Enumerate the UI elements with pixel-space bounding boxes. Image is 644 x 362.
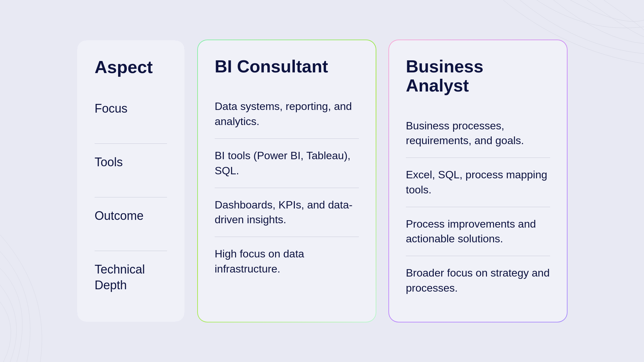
bi-row-technical-depth: High focus on data infrastructure. xyxy=(215,237,359,286)
ba-row-tools: Excel, SQL, process mapping tools. xyxy=(406,158,550,207)
bi-rows: Data systems, reporting, and analytics. … xyxy=(215,89,359,305)
bi-value-focus: Data systems, reporting, and analytics. xyxy=(215,100,352,127)
bi-value-outcome: Dashboards, KPIs, and data-driven insigh… xyxy=(215,199,353,226)
aspect-card: Aspect Focus Tools Outcome Technical Dep… xyxy=(77,40,184,322)
ba-value-technical-depth: Broader focus on strategy and processes. xyxy=(406,267,550,294)
bi-value-technical-depth: High focus on data infrastructure. xyxy=(215,248,304,275)
bi-consultant-card: BI Consultant Data systems, reporting, a… xyxy=(198,40,376,322)
aspect-label-outcome: Outcome xyxy=(95,208,144,224)
aspect-row-focus: Focus xyxy=(95,90,167,144)
aspect-row-outcome: Outcome xyxy=(95,197,167,251)
bi-consultant-card-title: BI Consultant xyxy=(215,57,359,76)
bi-row-outcome: Dashboards, KPIs, and data-driven insigh… xyxy=(215,188,359,237)
aspect-label-technical-depth: Technical Depth xyxy=(95,262,167,293)
ba-row-outcome: Process improvements and actionable solu… xyxy=(406,207,550,256)
business-analyst-card-title: Business Analyst xyxy=(406,57,550,95)
ba-value-tools: Excel, SQL, process mapping tools. xyxy=(406,169,547,196)
ba-row-technical-depth: Broader focus on strategy and processes. xyxy=(406,256,550,305)
aspect-card-title: Aspect xyxy=(95,58,167,77)
cards-container: Aspect Focus Tools Outcome Technical Dep… xyxy=(57,20,587,342)
aspect-row-tools: Tools xyxy=(95,144,167,197)
ba-value-outcome: Process improvements and actionable solu… xyxy=(406,218,536,245)
aspect-label-focus: Focus xyxy=(95,101,127,117)
bi-row-tools: BI tools (Power BI, Tableau), SQL. xyxy=(215,139,359,188)
bi-value-tools: BI tools (Power BI, Tableau), SQL. xyxy=(215,149,351,177)
bi-row-focus: Data systems, reporting, and analytics. xyxy=(215,89,359,139)
ba-row-focus: Business processes, requirements, and go… xyxy=(406,109,550,158)
aspect-rows: Focus Tools Outcome Technical Depth xyxy=(95,90,167,304)
aspect-label-tools: Tools xyxy=(95,155,123,170)
ba-value-focus: Business processes, requirements, and go… xyxy=(406,120,524,147)
business-analyst-card: Business Analyst Business processes, req… xyxy=(389,40,567,322)
ba-rows: Business processes, requirements, and go… xyxy=(406,109,550,305)
aspect-row-technical-depth: Technical Depth xyxy=(95,251,167,304)
